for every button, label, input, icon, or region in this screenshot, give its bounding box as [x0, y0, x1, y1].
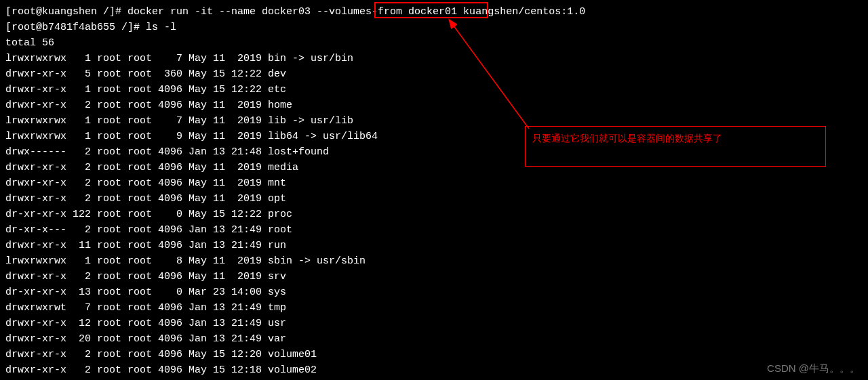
annotation-box: 只要通过它我们就可以是容器间的数据共享了: [525, 126, 826, 167]
cmd1-part1: docker run -it --name docker03: [127, 6, 317, 18]
listing-row: drwxr-xr-x 2 root root 4096 May 11 2019 …: [5, 269, 868, 284]
cmd2: ls -l: [146, 22, 176, 33]
cmd1-highlight: --volumes-from: [317, 6, 408, 18]
annotation-text: 只要通过它我们就可以是容器间的数据共享了: [532, 133, 722, 144]
listing-row: drwxr-xr-x 5 root root 360 May 15 12:22 …: [5, 66, 868, 82]
listing-row: dr-xr-xr-x 13 root root 0 Mar 23 14:00 s…: [5, 284, 868, 300]
listing-row: drwxr-xr-x 11 root root 4096 Jan 13 21:4…: [5, 238, 868, 253]
listing-row: drwxr-xr-x 2 root root 4096 May 15 12:18…: [5, 362, 868, 378]
command-line-1: [root@kuangshen /]# docker run -it --nam…: [5, 4, 868, 20]
listing-row: lrwxrwxrwx 1 root root 8 May 11 2019 sbi…: [5, 253, 868, 269]
cmd1-part2: docker01 kuangshen/centos:1.0: [408, 6, 585, 18]
listing-row: drwxrwxrwt 7 root root 4096 Jan 13 21:49…: [5, 300, 868, 316]
listing-row: drwxr-xr-x 2 root root 4096 May 15 12:20…: [5, 347, 868, 362]
listing-row: drwxr-xr-x 2 root root 4096 May 11 2019 …: [5, 98, 868, 113]
total-line: total 56: [5, 35, 868, 51]
listing-row: drwxr-xr-x 2 root root 4096 May 11 2019 …: [5, 175, 868, 191]
listing-row: drwxr-xr-x 1 root root 4096 May 15 12:22…: [5, 82, 868, 98]
listing-row: dr-xr-xr-x 122 root root 0 May 15 12:22 …: [5, 207, 868, 222]
listing-row: drwxr-xr-x 2 root root 4096 May 11 2019 …: [5, 191, 868, 207]
listing-row: drwxr-xr-x 12 root root 4096 Jan 13 21:4…: [5, 316, 868, 331]
listing-row: dr-xr-x--- 2 root root 4096 Jan 13 21:49…: [5, 222, 868, 238]
command-line-2: [root@b7481f4ab655 /]# ls -l: [5, 20, 868, 35]
listing-row: lrwxrwxrwx 1 root root 7 May 11 2019 bin…: [5, 51, 868, 66]
listing-row: drwxr-xr-x 20 root root 4096 Jan 13 21:4…: [5, 331, 868, 347]
watermark: CSDN @牛马。。。: [767, 360, 860, 376]
prompt-2: [root@b7481f4ab655 /]#: [5, 22, 146, 33]
terminal-output: [root@kuangshen /]# docker run -it --nam…: [5, 4, 868, 378]
prompt-1: [root@kuangshen /]#: [5, 6, 127, 18]
